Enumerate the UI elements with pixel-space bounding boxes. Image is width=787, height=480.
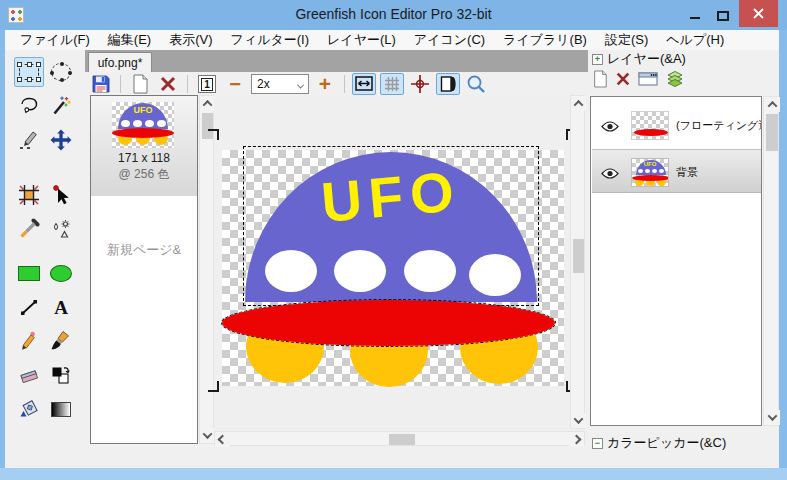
menu-file[interactable]: ファイル(F)	[11, 30, 99, 50]
scroll-up-arrow-icon[interactable]	[200, 96, 215, 111]
move-icon	[50, 129, 72, 151]
page-size-label: 171 x 118	[91, 151, 197, 165]
merge-layers-button[interactable]	[665, 70, 685, 92]
menu-icon[interactable]: アイコン(C)	[405, 30, 494, 50]
expand-icon[interactable]: +	[592, 54, 603, 65]
menu-help[interactable]: ヘルプ(H)	[657, 30, 733, 50]
magnifier-icon	[466, 74, 486, 94]
page-thumbnail-selected[interactable]: UFO 171 x 118 @ 256 色	[91, 96, 197, 196]
zoom-in-icon: +	[319, 75, 331, 93]
tool-fill[interactable]	[14, 394, 44, 424]
tool-eraser[interactable]	[14, 360, 44, 390]
delete-layer-icon	[615, 71, 631, 87]
actual-size-button[interactable]: 1	[195, 73, 219, 95]
layers-toolbar	[592, 70, 685, 92]
zoom-out-button[interactable]: −	[223, 73, 247, 95]
pages-toggle[interactable]	[436, 73, 460, 95]
tool-crop[interactable]	[14, 180, 44, 210]
maximize-icon	[717, 11, 729, 21]
center-lines-icon	[411, 75, 429, 93]
tool-magic-wand[interactable]	[46, 91, 76, 121]
collapse-icon[interactable]: −	[592, 438, 603, 449]
title-bar: Greenfish Icon Editor Pro 32-bit	[0, 0, 787, 30]
scroll-down-arrow-icon[interactable]	[200, 428, 215, 443]
tool-move[interactable]	[46, 125, 76, 155]
layers-panel-header[interactable]: + レイヤー(&A)	[592, 52, 686, 66]
magnifier-button[interactable]	[464, 73, 488, 95]
tool-eyedropper[interactable]	[14, 214, 44, 244]
close-button[interactable]	[739, 0, 778, 27]
layer-name: (フローティング選択)	[676, 118, 762, 133]
fit-window-toggle[interactable]	[352, 73, 376, 95]
tool-rectangle-select[interactable]	[14, 57, 44, 87]
scroll-left-arrow-icon[interactable]	[215, 432, 230, 447]
save-icon	[91, 74, 111, 94]
new-page-icon	[131, 74, 149, 94]
menu-layer[interactable]: レイヤー(L)	[318, 30, 405, 50]
maximize-button[interactable]	[710, 4, 736, 24]
zoom-level-select[interactable]: 2x	[251, 74, 309, 94]
tool-text[interactable]: A	[46, 292, 76, 322]
page-thumbnail-image: UFO	[112, 102, 174, 148]
scroll-up-arrow-icon[interactable]	[571, 96, 586, 111]
menu-library[interactable]: ライブラリ(B)	[494, 30, 596, 50]
fill-bucket-icon	[18, 398, 40, 420]
window-title: Greenfish Icon Editor Pro 32-bit	[0, 6, 787, 22]
zoom-in-button[interactable]: +	[313, 73, 337, 95]
eye-icon[interactable]	[601, 118, 619, 136]
canvas-vscrollbar[interactable]	[570, 95, 585, 429]
tool-draw-rectangle[interactable]	[14, 258, 44, 288]
scrollbar-thumb[interactable]	[389, 434, 415, 445]
tool-lasso-select[interactable]	[14, 91, 44, 121]
tool-swap-colors[interactable]	[46, 360, 76, 390]
scroll-right-arrow-icon[interactable]	[569, 432, 584, 447]
layer-row-background[interactable]: UFO 背景	[592, 149, 761, 193]
center-lines-toggle[interactable]	[408, 73, 432, 95]
scroll-down-arrow-icon[interactable]	[571, 413, 586, 428]
app-window: Greenfish Icon Editor Pro 32-bit ファイル(F)…	[0, 0, 787, 480]
tool-pick-object[interactable]	[46, 180, 76, 210]
new-page-placeholder[interactable]: 新規ページ&	[91, 241, 197, 259]
rectangle-shape-icon	[18, 266, 40, 281]
tool-draw-line[interactable]	[14, 292, 44, 322]
pen-select-icon	[18, 129, 40, 151]
new-page-button[interactable]	[128, 73, 152, 95]
eye-icon[interactable]	[601, 165, 619, 183]
tool-ellipse-select[interactable]	[46, 57, 76, 87]
scrollbar-thumb[interactable]	[766, 114, 778, 151]
menu-view[interactable]: 表示(V)	[160, 30, 221, 50]
page-corner-mark	[208, 129, 219, 140]
pages-icon	[439, 75, 457, 93]
menu-filter[interactable]: フィルター(I)	[222, 30, 319, 50]
tool-pen-select[interactable]	[14, 125, 44, 155]
scrollbar-thumb[interactable]	[573, 239, 584, 273]
color-picker-header[interactable]: − カラーピッカー(&C)	[592, 436, 726, 450]
retouch-icon	[50, 218, 72, 240]
delete-page-button[interactable]	[156, 73, 180, 95]
toolbar-separator	[120, 75, 121, 93]
grid-toggle[interactable]	[380, 73, 404, 95]
scroll-down-arrow-icon[interactable]	[764, 410, 780, 425]
save-button[interactable]	[89, 73, 113, 95]
tool-pencil[interactable]	[14, 326, 44, 356]
layer-properties-button[interactable]	[638, 71, 658, 91]
layers-scrollbar[interactable]	[763, 96, 779, 426]
zoom-out-icon: −	[229, 75, 241, 93]
tool-gradient[interactable]	[46, 394, 76, 424]
canvas-hscrollbar[interactable]	[214, 431, 585, 446]
menu-settings[interactable]: 設定(S)	[596, 30, 657, 50]
pick-object-icon	[50, 184, 72, 206]
drawing-canvas[interactable]: UFO	[222, 150, 564, 386]
menu-edit[interactable]: 編集(E)	[99, 30, 160, 50]
tool-retouch[interactable]	[46, 214, 76, 244]
minimize-button[interactable]	[682, 4, 708, 24]
layer-row-floating-selection[interactable]: (フローティング選択)	[592, 103, 761, 147]
tool-brush[interactable]	[46, 326, 76, 356]
tab-ufo-png[interactable]: ufo.png*	[88, 52, 152, 72]
window-border-bottom	[0, 468, 787, 480]
delete-layer-button[interactable]	[615, 71, 631, 91]
scroll-up-arrow-icon[interactable]	[764, 97, 780, 112]
tool-draw-ellipse[interactable]	[46, 258, 76, 288]
new-layer-button[interactable]	[592, 70, 608, 92]
menu-bar: ファイル(F) 編集(E) 表示(V) フィルター(I) レイヤー(L) アイコ…	[5, 30, 779, 50]
